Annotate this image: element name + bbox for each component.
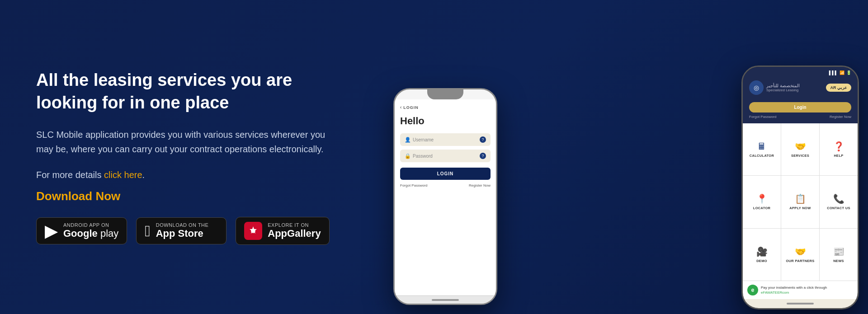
click-here-link[interactable]: click here — [104, 170, 142, 180]
page-container: All the leasing services you are looking… — [0, 0, 868, 314]
apply-label: APPLY NOW — [789, 206, 811, 210]
password-help-icon: ? — [480, 153, 486, 159]
user-icon: 👤 — [405, 137, 411, 143]
apply-icon: 📋 — [795, 193, 806, 204]
calculator-label: CALCULATOR — [750, 154, 774, 158]
google-play-small-text: ANDROID APP ON — [63, 222, 118, 228]
contact-label: CONTACT US — [827, 206, 850, 210]
phone-dark-header: ◎ المتخصصة للتأجير Specialized Leasing A… — [743, 77, 858, 99]
brand-logo-area: ◎ المتخصصة للتأجير Specialized Leasing — [749, 80, 800, 95]
app-store-big-text: App Store — [156, 228, 209, 239]
description: SLC Mobile application provides you with… — [36, 127, 335, 156]
phone-login-bar: ‹ LOGIN — [400, 105, 491, 110]
phone-login: ‹ LOGIN Hello 👤 Username ? 🔒 Password ? … — [393, 88, 497, 305]
app-store-button[interactable]:  Download on the App Store — [136, 217, 226, 244]
phone-dark-login-button[interactable]: Login — [749, 102, 851, 112]
home-indicator — [432, 299, 459, 301]
headline: All the leasing services you are looking… — [36, 69, 335, 114]
services-icon: 🤝 — [795, 141, 806, 152]
register-now-link[interactable]: Register Now — [469, 183, 491, 187]
google-play-text: ANDROID APP ON Google play — [63, 222, 118, 239]
password-field[interactable]: 🔒 Password ? — [400, 150, 491, 162]
phone-dark-grid: 🖩 CALCULATOR 🤝 SERVICES ❓ HELP 📍 LOCATOR… — [743, 123, 858, 281]
download-now-label: Download Now — [36, 189, 335, 203]
phone-dark-login-section: Login Forgot Password Register Now — [743, 99, 858, 123]
battery-icon: 🔋 — [846, 70, 851, 75]
phone-hello: Hello — [400, 115, 491, 127]
calculator-icon: 🖩 — [757, 141, 766, 152]
grid-our-partners[interactable]: 🤝 OUR PARTNERS — [781, 229, 819, 281]
phone-bottom-bar — [743, 299, 858, 308]
help-icon: ❓ — [833, 141, 844, 152]
grid-help[interactable]: ❓ HELP — [820, 123, 858, 175]
partners-icon: 🤝 — [795, 246, 806, 257]
google-play-icon: ▶ — [45, 222, 58, 239]
phone-dark-links-row: Forgot Password Register Now — [749, 115, 851, 119]
dark-home-indicator — [787, 303, 814, 305]
username-placeholder: Username — [413, 137, 478, 142]
details-text: For more details click here. — [36, 170, 335, 180]
phone-white-bottom — [395, 295, 496, 304]
dark-forgot-password-link[interactable]: Forgot Password — [749, 115, 776, 119]
services-label: SERVICES — [791, 154, 809, 158]
grid-contact-us[interactable]: 📞 CONTACT US — [820, 176, 858, 228]
efawateer-icon: e — [747, 285, 758, 295]
huawei-big-text: AppGallery — [268, 228, 321, 239]
forgot-password-link[interactable]: Forgot Password — [400, 183, 427, 187]
partners-label: OUR PARTNERS — [786, 259, 814, 263]
wifi-icon: 📶 — [840, 70, 844, 75]
demo-label: DEMO — [756, 259, 767, 263]
back-arrow-icon: ‹ — [400, 105, 401, 110]
huawei-icon — [244, 222, 262, 240]
app-store-text: Download on the App Store — [156, 222, 209, 239]
phones-section: ‹ LOGIN Hello 👤 Username ? 🔒 Password ? … — [371, 0, 868, 314]
huawei-text: EXPLORE IT ON AppGallery — [268, 222, 321, 239]
locator-icon: 📍 — [756, 193, 768, 204]
help-label: HELP — [834, 154, 843, 158]
store-buttons-container: ▶ ANDROID APP ON Google play  Download … — [36, 217, 335, 245]
contact-icon: 📞 — [833, 193, 844, 204]
phone-login-button[interactable]: LOGIN — [400, 168, 491, 180]
grid-locator[interactable]: 📍 LOCATOR — [743, 176, 781, 228]
grid-apply-now[interactable]: 📋 APPLY NOW — [781, 176, 819, 228]
phone-menu: ▌▌▌ 📶 🔋 ◎ المتخصصة للتأجير Specialized L… — [741, 66, 859, 309]
lock-icon: 🔒 — [405, 153, 411, 159]
google-play-button[interactable]: ▶ ANDROID APP ON Google play — [36, 217, 127, 244]
details-suffix: . — [142, 170, 145, 180]
footer-pay-text: Pay your installments with a click throu… — [761, 285, 853, 295]
details-prefix: For more details — [36, 170, 104, 180]
news-icon: 📰 — [833, 246, 844, 257]
news-label: NEWS — [833, 259, 844, 263]
phone-white-screen: ‹ LOGIN Hello 👤 Username ? 🔒 Password ? … — [395, 99, 496, 295]
demo-icon: 🎥 — [756, 246, 768, 257]
username-field[interactable]: 👤 Username ? — [400, 133, 491, 146]
huawei-small-text: EXPLORE IT ON — [268, 222, 321, 228]
username-help-icon: ? — [480, 136, 486, 143]
google-play-big-text: Google play — [63, 228, 118, 239]
grid-services[interactable]: 🤝 SERVICES — [781, 123, 819, 175]
huawei-button[interactable]: EXPLORE IT ON AppGallery — [236, 217, 329, 245]
left-section: All the leasing services you are looking… — [0, 42, 371, 272]
signal-icon: ▌▌▌ — [829, 70, 838, 75]
brand-english-text: Specialized Leasing — [766, 88, 800, 92]
grid-demo[interactable]: 🎥 DEMO — [743, 229, 781, 281]
phone-footer-links: Forgot Password Register Now — [400, 183, 491, 187]
brand-icon: ◎ — [749, 80, 764, 95]
brand-text-block: المتخصصة للتأجير Specialized Leasing — [766, 83, 800, 92]
phone-notch-white — [427, 89, 463, 99]
locator-label: LOCATOR — [753, 206, 771, 210]
language-button[interactable]: AR عربي — [826, 84, 852, 92]
pay-text: Pay your installments with a click throu… — [761, 286, 827, 290]
grid-news[interactable]: 📰 NEWS — [820, 229, 858, 281]
password-placeholder: Password — [413, 154, 478, 159]
dark-register-now-link[interactable]: Register Now — [830, 115, 851, 119]
app-store-small-text: Download on the — [156, 222, 209, 228]
app-store-icon:  — [145, 223, 150, 239]
brand-arabic-text: المتخصصة للتأجير — [766, 83, 800, 88]
pay-link[interactable]: eFAWATEERcom — [761, 291, 789, 295]
phone-dark-footer: e Pay your installments with a click thr… — [743, 281, 858, 299]
phone-dark-status-bar: ▌▌▌ 📶 🔋 — [743, 67, 858, 77]
phone-login-label: LOGIN — [403, 105, 419, 110]
grid-calculator[interactable]: 🖩 CALCULATOR — [743, 123, 781, 175]
